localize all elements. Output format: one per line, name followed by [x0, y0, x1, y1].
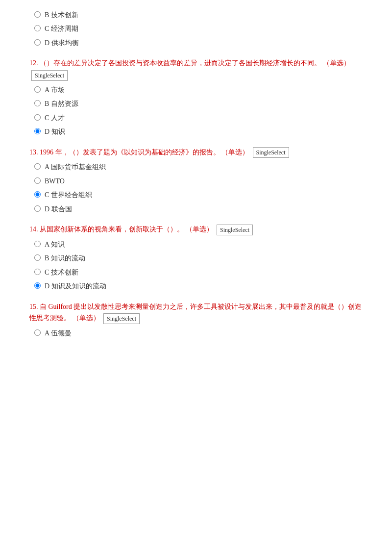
- option-row-14d: D 知识及知识的流动: [29, 281, 363, 292]
- option-row-14a: A 知识: [29, 239, 363, 250]
- option-label-14a: A 知识: [45, 239, 65, 250]
- single-select-note: （单选）: [186, 226, 213, 233]
- radio-13c[interactable]: [34, 191, 41, 198]
- option-row-13c: C 世界经合组织: [29, 190, 363, 201]
- radio-14c[interactable]: [34, 269, 41, 275]
- question-13: 13. 1996 年，（）发表了题为《以知识为基础的经济》的报告。 （单选） S…: [29, 147, 363, 215]
- question-title-12: 12. （）存在的差异决定了各国投资与资本收益率的差异，进而决定了各国长期经济增…: [29, 57, 363, 81]
- option-label-12a: A 市场: [45, 85, 65, 96]
- radio-13d[interactable]: [34, 205, 41, 212]
- option-label-12d: D 知识: [45, 126, 65, 137]
- question-number: 13.: [29, 149, 40, 156]
- option-label-14b: B 知识的流动: [45, 253, 85, 264]
- option-label-13d: D 联合国: [45, 204, 72, 215]
- radio-13a[interactable]: [34, 163, 41, 170]
- option-label-14c: C 技术创新: [45, 267, 78, 278]
- option-row-13d: D 联合国: [29, 204, 363, 215]
- radio-b-tech[interactable]: [34, 11, 41, 18]
- question-number: 14.: [29, 226, 40, 233]
- option-label: D 供求均衡: [45, 38, 79, 49]
- question-14: 14. 从国家创新体系的视角来看，创新取决于（）。 （单选） SingleSel…: [29, 224, 363, 292]
- option-label: C 经济周期: [45, 24, 78, 34]
- single-select-badge: SingleSelect: [31, 70, 68, 81]
- option-row-12c: C 人才: [29, 113, 363, 124]
- option-label-12c: C 人才: [45, 113, 65, 124]
- question-text: （）存在的差异决定了各国投资与资本收益率的差异，进而决定了各国长期经济增长的不同…: [40, 59, 321, 67]
- single-select-badge-14: SingleSelect: [217, 225, 253, 235]
- option-row-12d: D 知识: [29, 126, 363, 137]
- option-label: B 技术创新: [45, 10, 78, 21]
- question-title-14: 14. 从国家创新体系的视角来看，创新取决于（）。 （单选） SingleSel…: [29, 224, 363, 235]
- question-title-15: 15. 自 Guilford 提出以发散性思考来测量创造力之后，许多工具被设计与…: [29, 301, 363, 325]
- radio-12d[interactable]: [34, 128, 41, 134]
- radio-12b[interactable]: [34, 100, 41, 106]
- radio-14b[interactable]: [34, 254, 41, 261]
- radio-d-supply[interactable]: [34, 39, 41, 46]
- radio-12c[interactable]: [34, 114, 41, 121]
- question-text: 从国家创新体系的视角来看，创新取决于（）。: [40, 226, 184, 233]
- question-12: 12. （）存在的差异决定了各国投资与资本收益率的差异，进而决定了各国长期经济增…: [29, 57, 363, 137]
- question-title-13: 13. 1996 年，（）发表了题为《以知识为基础的经济》的报告。 （单选） S…: [29, 147, 363, 158]
- radio-15a[interactable]: [34, 329, 41, 336]
- single-select-note: （单选）: [323, 59, 350, 67]
- radio-13b[interactable]: [34, 177, 41, 184]
- single-select-badge-13: SingleSelect: [253, 147, 289, 158]
- option-label-13c: C 世界经合组织: [45, 190, 92, 201]
- option-row-13a: A 国际货币基金组织: [29, 162, 363, 173]
- option-label-13a: A 国际货币基金组织: [45, 162, 106, 173]
- option-row-14c: C 技术创新: [29, 267, 363, 278]
- question-15: 15. 自 Guilford 提出以发散性思考来测量创造力之后，许多工具被设计与…: [29, 301, 363, 339]
- question-number: 12.: [29, 59, 40, 67]
- option-label-15a: A 伍德曼: [45, 328, 72, 339]
- single-select-badge-15: SingleSelect: [103, 313, 140, 324]
- option-row: C 经济周期: [29, 24, 363, 34]
- question-text: 1996 年，（）发表了题为《以知识为基础的经济》的报告。: [40, 149, 220, 156]
- continuation-options: B 技术创新 C 经济周期 D 供求均衡: [29, 10, 363, 49]
- question-number: 15.: [29, 303, 40, 310]
- option-row: B 技术创新: [29, 10, 363, 21]
- option-row-13b: BWTO: [29, 176, 363, 187]
- option-row-15a: A 伍德曼: [29, 328, 363, 339]
- option-row-12b: B 自然资源: [29, 99, 363, 109]
- radio-14a[interactable]: [34, 241, 41, 247]
- single-select-note: （单选）: [73, 314, 100, 322]
- radio-14d[interactable]: [34, 282, 41, 289]
- single-select-note: （单选）: [221, 149, 249, 156]
- radio-12a[interactable]: [34, 86, 41, 93]
- option-label-13b: BWTO: [45, 176, 65, 187]
- option-row-12a: A 市场: [29, 85, 363, 96]
- option-label-14d: D 知识及知识的流动: [45, 281, 106, 292]
- radio-c-econ[interactable]: [34, 25, 41, 31]
- option-row-14b: B 知识的流动: [29, 253, 363, 264]
- option-row: D 供求均衡: [29, 38, 363, 49]
- option-label-12b: B 自然资源: [45, 99, 78, 109]
